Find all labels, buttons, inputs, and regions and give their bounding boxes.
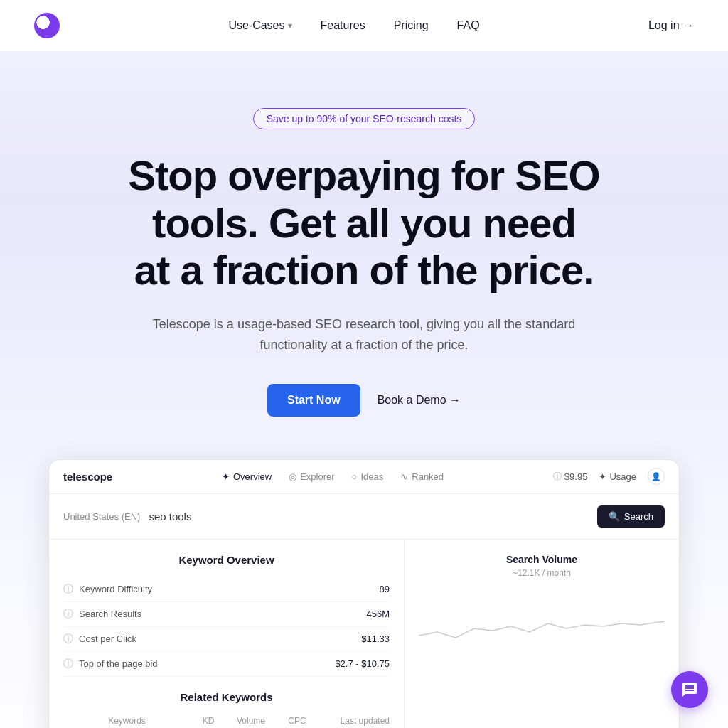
- metric-cpc: ⓘ Cost per Click $11.33: [63, 627, 390, 652]
- hero-badge: Save up to 90% of your SEO-research cost…: [253, 108, 476, 129]
- keyword-overview-title: Keyword Overview: [63, 554, 390, 566]
- app-nav-ideas[interactable]: ○ Ideas: [352, 471, 384, 482]
- col-header-updated: Last updated: [318, 716, 390, 726]
- col-header-cpc: CPC: [276, 716, 318, 726]
- hero-ctas: Start Now Book a Demo →: [34, 384, 694, 417]
- hero-subtitle: Telescope is a usage-based SEO research …: [151, 314, 577, 355]
- book-demo-button[interactable]: Book a Demo →: [378, 394, 461, 407]
- chat-button[interactable]: [671, 671, 708, 708]
- info-icon-bid: ⓘ: [63, 658, 73, 670]
- chevron-down-icon: ▾: [288, 21, 292, 31]
- app-search-input[interactable]: [149, 510, 588, 523]
- related-keywords-title: Related Keywords: [63, 691, 390, 703]
- app-left-panel: Keyword Overview ⓘ Keyword Difficulty 89…: [49, 540, 405, 728]
- ideas-icon: ○: [352, 471, 358, 482]
- nav-links: Use-Cases ▾ Features Pricing FAQ: [228, 19, 479, 32]
- info-icon: ⓘ: [553, 471, 562, 483]
- app-nav: ✦ Overview ◎ Explorer ○ Ideas ∿ Ranked: [222, 471, 444, 482]
- app-right-panel: Search Volume ~12.1K / month: [405, 540, 679, 728]
- search-icon: 🔍: [609, 511, 620, 522]
- app-nav-explorer[interactable]: ◎ Explorer: [289, 471, 334, 482]
- login-button[interactable]: Log in →: [648, 19, 694, 32]
- nav-faq[interactable]: FAQ: [457, 19, 480, 32]
- metric-search-results-value: 456M: [366, 609, 390, 619]
- hero-section: Save up to 90% of your SEO-research cost…: [0, 51, 728, 728]
- col-header-kd: KD: [191, 716, 226, 726]
- app-content: Keyword Overview ⓘ Keyword Difficulty 89…: [49, 540, 679, 728]
- app-search-row: United States (EN) 🔍 Search: [49, 494, 679, 540]
- nav-features[interactable]: Features: [321, 19, 365, 32]
- app-screenshot: telescope ✦ Overview ◎ Explorer ○ Ideas …: [48, 459, 680, 728]
- app-price-badge: ⓘ $9.95: [553, 471, 588, 483]
- app-locale: United States (EN): [63, 511, 140, 522]
- ranked-icon: ∿: [400, 471, 408, 482]
- metric-search-results: ⓘ Search Results 456M: [63, 602, 390, 627]
- chat-icon: [681, 681, 698, 698]
- nav-use-cases[interactable]: Use-Cases ▾: [228, 19, 291, 32]
- app-logo-text: telescope: [63, 471, 112, 483]
- usage-icon: ✦: [599, 471, 606, 482]
- logo-icon: [34, 13, 60, 38]
- app-topbar-right: ⓘ $9.95 ✦ Usage 👤: [553, 468, 665, 485]
- app-usage-btn[interactable]: ✦ Usage: [599, 471, 636, 482]
- metric-difficulty-value: 89: [380, 584, 390, 594]
- overview-icon: ✦: [222, 471, 230, 482]
- nav-pricing[interactable]: Pricing: [394, 19, 429, 32]
- start-now-button[interactable]: Start Now: [267, 384, 360, 417]
- search-volume-chart: [419, 589, 665, 646]
- info-icon-cpc: ⓘ: [63, 633, 73, 646]
- user-avatar-icon: 👤: [651, 472, 661, 481]
- logo[interactable]: [34, 13, 60, 38]
- search-volume-subtitle: ~12.1K / month: [419, 568, 665, 578]
- col-header-volume: Volume: [226, 716, 276, 726]
- navigation: Use-Cases ▾ Features Pricing FAQ Log in …: [0, 0, 728, 51]
- metric-cpc-value: $11.33: [361, 633, 390, 644]
- hero-title: Stop overpaying for SEO tools. Get all y…: [34, 152, 694, 294]
- explorer-icon: ◎: [289, 471, 296, 482]
- app-search-button[interactable]: 🔍 Search: [597, 505, 665, 528]
- app-nav-ranked[interactable]: ∿ Ranked: [400, 471, 444, 482]
- app-nav-overview[interactable]: ✦ Overview: [222, 471, 272, 482]
- col-header-keywords: Keywords: [63, 716, 191, 726]
- metric-difficulty: ⓘ Keyword Difficulty 89: [63, 577, 390, 602]
- app-topbar: telescope ✦ Overview ◎ Explorer ○ Ideas …: [49, 460, 679, 494]
- metric-top-bid-value: $2.7 - $10.75: [335, 658, 390, 669]
- app-user-icon[interactable]: 👤: [648, 468, 665, 485]
- metric-top-bid: ⓘ Top of the page bid $2.7 - $10.75: [63, 652, 390, 677]
- table-header: Keywords KD Volume CPC Last updated: [63, 712, 390, 728]
- info-icon-results: ⓘ: [63, 608, 73, 621]
- search-volume-title: Search Volume: [419, 554, 665, 565]
- info-icon-difficulty: ⓘ: [63, 583, 73, 596]
